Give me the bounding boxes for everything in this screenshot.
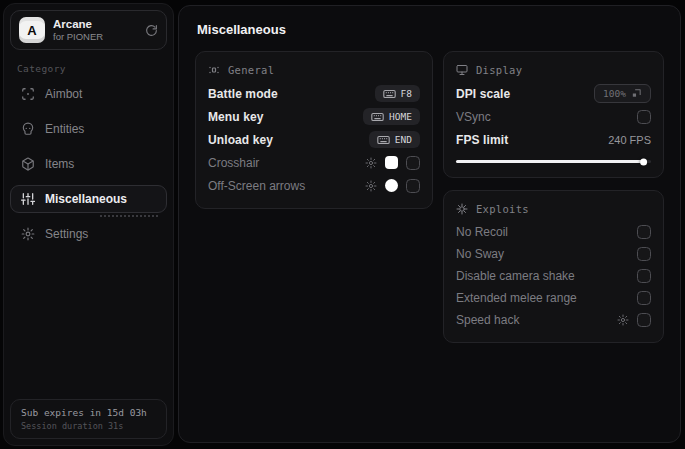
exploits-card: Exploits No Recoil No Sway Disable camer… xyxy=(443,190,664,343)
app-header-text: Arcane for PIONER xyxy=(53,17,137,43)
fps-limit-slider[interactable] xyxy=(456,157,651,166)
sidebar-item-items[interactable]: Items xyxy=(10,150,167,178)
vsync-label: VSync xyxy=(456,110,491,124)
crosshair-row: Crosshair xyxy=(208,151,420,174)
skull-icon xyxy=(21,122,35,136)
crosshair-checkbox[interactable] xyxy=(406,156,420,170)
menu-key-keybind[interactable]: HOME xyxy=(363,108,420,125)
unload-key-row: Unload key END xyxy=(208,128,420,151)
scan-icon xyxy=(21,87,35,101)
sidebar-item-label: Settings xyxy=(45,227,88,241)
gear-icon[interactable] xyxy=(617,314,629,326)
menu-key-label: Menu key xyxy=(208,110,264,124)
crosshair-color-swatch[interactable] xyxy=(385,156,398,169)
package-icon xyxy=(21,157,35,171)
app-subtitle: for PIONER xyxy=(53,31,137,43)
unload-key-keybind[interactable]: END xyxy=(369,131,420,148)
keyboard-icon xyxy=(371,112,384,122)
sliders-icon xyxy=(21,192,35,206)
subscription-status-card: Sub expires in 15d 03h Session duration … xyxy=(10,399,167,439)
app-name: Arcane xyxy=(53,17,137,31)
dpi-scale-select[interactable]: 100% xyxy=(594,84,651,103)
virus-icon xyxy=(456,203,468,215)
display-card: Display DPI scale 100% xyxy=(443,51,664,178)
general-card-title: General xyxy=(228,64,274,76)
general-card: General Battle mode F8 Menu key xyxy=(195,51,433,209)
disable-camera-shake-checkbox[interactable] xyxy=(637,269,651,283)
extended-melee-range-label: Extended melee range xyxy=(456,291,577,305)
gear-icon[interactable] xyxy=(365,180,377,192)
extended-melee-range-row: Extended melee range xyxy=(456,287,651,309)
sub-expiry-text: Sub expires in 15d 03h xyxy=(21,407,156,418)
scale-icon xyxy=(631,88,642,99)
main-panel: Miscellaneous General Battle mode xyxy=(178,5,681,443)
sidebar-item-miscellaneous[interactable]: Miscellaneous xyxy=(10,185,167,213)
sidebar-item-label: Items xyxy=(45,157,74,171)
dpi-scale-value: 100% xyxy=(603,88,626,99)
no-sway-row: No Sway xyxy=(456,243,651,265)
battle-mode-keybind[interactable]: F8 xyxy=(375,85,420,102)
speed-hack-row: Speed hack xyxy=(456,309,651,331)
battle-mode-label: Battle mode xyxy=(208,87,278,101)
fps-limit-label: FPS limit xyxy=(456,133,508,147)
battle-mode-key: F8 xyxy=(401,88,412,99)
sync-icon[interactable] xyxy=(145,24,158,37)
disable-camera-shake-label: Disable camera shake xyxy=(456,269,575,283)
unload-key-label: Unload key xyxy=(208,133,273,147)
display-card-title: Display xyxy=(476,64,522,76)
session-duration-text: Session duration 31s xyxy=(21,421,156,431)
dpi-scale-label: DPI scale xyxy=(456,87,510,101)
sidebar-item-settings[interactable]: Settings xyxy=(10,220,167,248)
speed-hack-label: Speed hack xyxy=(456,313,519,327)
sidebar: A Arcane for PIONER Category Aimbot xyxy=(3,3,174,446)
unload-key-key: END xyxy=(395,134,412,145)
fps-limit-value: 240 FPS xyxy=(608,134,651,146)
extended-melee-range-checkbox[interactable] xyxy=(637,291,651,305)
crosshair-label: Crosshair xyxy=(208,156,259,170)
battle-mode-row: Battle mode F8 xyxy=(208,82,420,105)
fps-limit-row: FPS limit 240 FPS xyxy=(456,128,651,151)
sidebar-nav: Aimbot Entities Items xyxy=(4,80,173,248)
no-recoil-checkbox[interactable] xyxy=(637,225,651,239)
vsync-checkbox[interactable] xyxy=(637,110,651,124)
sidebar-item-aimbot[interactable]: Aimbot xyxy=(10,80,167,108)
dpi-scale-row: DPI scale 100% xyxy=(456,82,651,105)
slider-knob[interactable] xyxy=(640,158,647,165)
no-recoil-row: No Recoil xyxy=(456,221,651,243)
sidebar-item-label: Entities xyxy=(45,122,84,136)
menu-key-row: Menu key HOME xyxy=(208,105,420,128)
no-recoil-label: No Recoil xyxy=(456,225,508,239)
page-title: Miscellaneous xyxy=(197,22,664,37)
menu-key-key: HOME xyxy=(389,111,412,122)
category-label: Category xyxy=(17,63,173,74)
speed-hack-checkbox[interactable] xyxy=(637,313,651,327)
gear-icon[interactable] xyxy=(365,157,377,169)
slider-fill xyxy=(456,160,645,163)
monitor-icon xyxy=(456,64,468,76)
grid-icon xyxy=(208,64,220,76)
app-logo: A xyxy=(19,17,45,43)
offscreen-arrows-row: Off-Screen arrows xyxy=(208,174,420,197)
offscreen-arrows-checkbox[interactable] xyxy=(406,179,420,193)
no-sway-label: No Sway xyxy=(456,247,504,261)
disable-camera-shake-row: Disable camera shake xyxy=(456,265,651,287)
offscreen-arrows-label: Off-Screen arrows xyxy=(208,179,305,193)
gear-icon xyxy=(21,227,35,241)
offscreen-arrows-color-swatch[interactable] xyxy=(385,179,398,192)
sidebar-item-entities[interactable]: Entities xyxy=(10,115,167,143)
no-sway-checkbox[interactable] xyxy=(637,247,651,261)
vsync-row: VSync xyxy=(456,105,651,128)
sidebar-item-label: Aimbot xyxy=(45,87,82,101)
keyboard-icon xyxy=(383,89,396,99)
app-header-card: A Arcane for PIONER xyxy=(10,10,167,50)
keyboard-icon xyxy=(377,135,390,145)
exploits-card-title: Exploits xyxy=(476,203,529,215)
sidebar-item-label: Miscellaneous xyxy=(45,192,127,206)
